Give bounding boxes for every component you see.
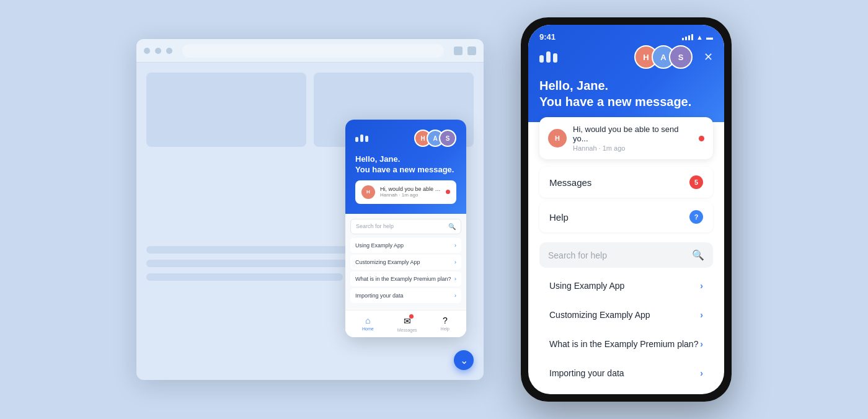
content-block-1: [146, 73, 306, 147]
nav-home-label: Home: [362, 327, 374, 331]
message-card-small[interactable]: H Hi, would you be able to send your... …: [355, 180, 456, 204]
chevron-icon-0: ›: [454, 242, 456, 249]
sender-avatar-large: H: [548, 129, 567, 148]
status-time: 9:41: [539, 32, 556, 42]
close-button[interactable]: ✕: [704, 50, 713, 64]
messages-badge-small: [409, 314, 414, 319]
battery-icon: ▬: [706, 33, 713, 41]
avatar-3: S: [439, 130, 456, 147]
browser-bar: [136, 39, 484, 63]
nav-home-small[interactable]: ⌂ Home: [362, 315, 374, 332]
help-items-full: Using Examply App › Customizing Examply …: [539, 273, 713, 388]
browser-icon-refresh: [454, 46, 463, 55]
signal-bars: [682, 34, 693, 40]
fab-icon: ⌄: [460, 355, 468, 366]
menu-item-messages[interactable]: Messages 5: [539, 167, 713, 198]
widget-body-small: Search for help 🔍 Using Examply App › Cu…: [345, 214, 466, 310]
logo-bar-large-3: [553, 53, 557, 63]
fab-button[interactable]: ⌄: [454, 350, 474, 370]
message-card-full[interactable]: H Hi, would you be able to send yo... Ha…: [539, 117, 713, 159]
help-chevron-2: ›: [700, 339, 703, 349]
phone-mockup: 9:41 ▲ ▬: [521, 17, 732, 402]
logo-bar-1: [355, 137, 358, 142]
widget-header-top: H A S ✕: [539, 45, 713, 69]
browser-icon-bookmark: [467, 46, 476, 55]
help-icon-small: ?: [443, 315, 448, 325]
nav-help-small[interactable]: ? Help: [441, 315, 450, 332]
help-item-small-3[interactable]: Importing your data ›: [350, 288, 461, 303]
search-placeholder-full: Search for help: [548, 250, 687, 260]
help-item-full-1[interactable]: Customizing Examply App ›: [539, 302, 713, 328]
menu-help-label: Help: [549, 212, 569, 223]
intercom-logo-large: [539, 51, 557, 63]
browser-mockup: H A S Hello, Jane. You have a new messag…: [136, 39, 484, 380]
agent-avatar-3: S: [669, 45, 693, 69]
sender-avatar-small: H: [361, 185, 375, 199]
search-placeholder-small: Search for help: [356, 223, 445, 229]
help-item-small-0[interactable]: Using Examply App ›: [350, 238, 461, 253]
logo-bar-3: [365, 136, 368, 142]
nav-messages-label: Messages: [397, 328, 417, 332]
message-meta-small: Hannah · 1m ago: [380, 192, 441, 198]
bottom-nav-small: ⌂ Home ✉ Messages ? Help: [345, 310, 466, 337]
logo-bar-large-2: [546, 51, 551, 63]
message-content-small: Hi, would you be able to send your... Ha…: [380, 186, 441, 198]
nav-messages-small[interactable]: ✉ Messages: [397, 315, 417, 332]
browser-address-bar[interactable]: [182, 44, 444, 58]
menu-messages-label: Messages: [549, 177, 591, 188]
help-item-full-0[interactable]: Using Examply App ›: [539, 273, 713, 299]
greeting-small: Hello, Jane. You have a new message.: [355, 154, 456, 175]
search-section-full: Search for help 🔍 Using Examply App › Cu…: [528, 235, 724, 388]
help-item-full-2[interactable]: What is in the Examply Premium plan? ›: [539, 331, 713, 357]
search-bar-small[interactable]: Search for help 🔍: [350, 219, 461, 234]
search-icon-small: 🔍: [448, 223, 456, 230]
phone-screen: 9:41 ▲ ▬: [528, 25, 724, 394]
message-preview-large: Hi, would you be able to send yo...: [573, 125, 693, 143]
home-icon-small: ⌂: [365, 315, 370, 325]
nav-help-label: Help: [441, 327, 450, 331]
chevron-icon-2: ›: [454, 276, 456, 282]
unread-dot-small: [446, 190, 450, 194]
intercom-logo-small: [355, 135, 368, 142]
main-container: H A S Hello, Jane. You have a new messag…: [0, 0, 868, 419]
intercom-widget-small: H A S Hello, Jane. You have a new messag…: [345, 120, 466, 337]
chevron-icon-1: ›: [454, 259, 456, 265]
message-meta-large: Hannah · 1m ago: [573, 144, 693, 152]
message-preview-small: Hi, would you be able to send your...: [380, 186, 441, 192]
widget-header-full: 9:41 ▲ ▬: [528, 25, 724, 122]
agent-avatars-small: H A S: [414, 130, 456, 147]
widget-header-small: H A S Hello, Jane. You have a new messag…: [345, 120, 466, 214]
widget-menu-section: Messages 5 Help ?: [528, 159, 724, 235]
menu-item-help[interactable]: Help ?: [539, 201, 713, 232]
help-chevron-1: ›: [700, 310, 703, 320]
greeting-large: Hello, Jane. You have a new message.: [539, 77, 713, 110]
help-badge-full: ?: [689, 210, 703, 224]
messages-badge-full: 5: [689, 175, 703, 189]
unread-dot-large: [699, 136, 704, 141]
wifi-icon: ▲: [696, 33, 703, 41]
agent-avatars-large: H A S: [634, 45, 693, 69]
message-content-large: Hi, would you be able to send yo... Hann…: [573, 125, 693, 152]
browser-dot-2: [155, 48, 161, 54]
browser-dot-1: [144, 48, 150, 54]
help-item-small-1[interactable]: Customizing Examply App ›: [350, 255, 461, 270]
help-item-full-3[interactable]: Importing your data ›: [539, 360, 713, 386]
help-chevron-3: ›: [700, 368, 703, 378]
logo-bar-2: [360, 135, 363, 142]
browser-dot-3: [166, 48, 172, 54]
search-icon-full: 🔍: [692, 249, 704, 261]
help-item-small-2[interactable]: What is in the Examply Premium plan? ›: [350, 271, 461, 286]
help-chevron-0: ›: [700, 281, 703, 291]
logo-bar-large-1: [539, 55, 544, 63]
search-bar-full[interactable]: Search for help 🔍: [539, 242, 713, 268]
chevron-icon-3: ›: [454, 293, 456, 299]
content-line-3: [146, 273, 343, 281]
intercom-widget-full: 9:41 ▲ ▬: [528, 25, 724, 394]
